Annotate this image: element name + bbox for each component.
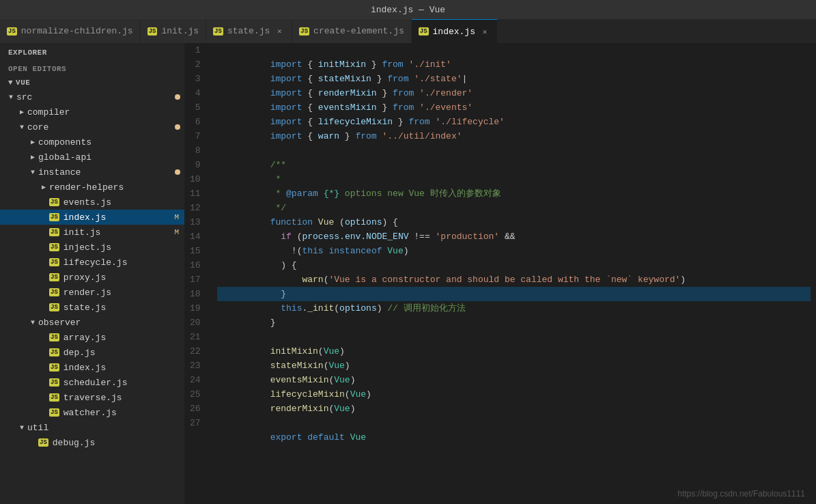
code-line-2: import { stateMixin } from './state'|	[217, 57, 811, 72]
tree-item-instance[interactable]: ▼ instance	[0, 165, 184, 180]
file-spacer: ·	[27, 439, 38, 447]
tree-item-observer[interactable]: ▼ observer	[0, 315, 184, 330]
modified-badge: M	[174, 213, 179, 221]
tree-label: lifecycle.js	[64, 257, 184, 268]
tree-item-debug-js[interactable]: · JS debug.js	[0, 435, 184, 450]
code-line-9: *	[217, 158, 811, 172]
tree-item-render-js[interactable]: · JS render.js	[0, 285, 184, 300]
file-spacer: ·	[38, 199, 49, 206]
code-line-10: * @param {*} options new Vue 时传入的参数对象	[217, 172, 811, 186]
code-line-14: !(this instanceof Vue)	[217, 229, 811, 244]
title-bar: index.js — Vue	[0, 0, 816, 19]
tab-normalize-children[interactable]: JS normalize-children.js	[0, 19, 141, 43]
tree-label: inject.js	[64, 242, 184, 253]
tree-label: instance	[38, 167, 175, 178]
file-spacer: ·	[38, 349, 49, 356]
tree-label: render.js	[64, 288, 184, 298]
explorer-title: EXPLORER	[0, 43, 184, 62]
code-line-4: import { eventsMixin } from './events'	[217, 86, 811, 100]
tree-item-dep-js[interactable]: · JS dep.js	[0, 345, 184, 360]
vue-title: ▼VUE	[0, 76, 184, 89]
folder-arrow: ▶	[27, 138, 38, 146]
folder-arrow: ▼	[16, 424, 27, 432]
js-icon: JS	[49, 258, 59, 266]
tree-label: state.js	[64, 303, 184, 313]
code-line-1: import { initMixin } from './init'	[217, 43, 811, 57]
modified-dot	[175, 169, 180, 175]
js-icon: JS	[49, 378, 59, 387]
editor[interactable]: 1 2 3 4 5 6 7 8 9 10 11 12 13 14 15 16 1…	[184, 43, 816, 504]
tree-item-compiler[interactable]: ▶ compiler	[0, 104, 184, 120]
tree-item-src[interactable]: ▼ src	[0, 89, 184, 104]
file-spacer: ·	[38, 364, 49, 372]
code-line-15: ) {	[217, 244, 811, 258]
tab-create-element[interactable]: JS create-element.js	[292, 19, 411, 43]
tab-label: init.js	[161, 26, 199, 36]
js-icon: JS	[419, 27, 429, 36]
file-spacer: ·	[38, 394, 49, 402]
tree-label: global-api	[38, 152, 184, 163]
modified-badge: M	[174, 228, 179, 236]
js-icon: JS	[213, 27, 223, 36]
modified-dot	[175, 94, 180, 100]
code-line-17: }	[217, 272, 811, 287]
tree-item-render-helpers[interactable]: ▶ render-helpers	[0, 180, 184, 195]
js-icon: JS	[38, 438, 48, 447]
tree-label: array.js	[64, 333, 184, 343]
tree-item-inject-js[interactable]: · JS inject.js	[0, 240, 184, 255]
tree-item-util[interactable]: ▼ util	[0, 420, 184, 435]
tree-label: index.js	[64, 212, 175, 223]
folder-arrow: ▶	[27, 153, 38, 161]
code-line-26	[217, 402, 811, 416]
tree-item-array-js[interactable]: · JS array.js	[0, 330, 184, 345]
tree-label: debug.js	[53, 438, 184, 448]
tree-label: proxy.js	[64, 272, 184, 283]
file-spacer: ·	[38, 259, 49, 266]
tree-label: observer	[38, 318, 184, 328]
tree-item-scheduler-js[interactable]: · JS scheduler.js	[0, 375, 184, 390]
tab-close-index[interactable]: ✕	[479, 26, 490, 37]
code-line-12: function Vue (options) {	[217, 201, 811, 215]
tree-label: watcher.js	[64, 408, 184, 418]
tab-init[interactable]: JS init.js	[141, 19, 206, 43]
code-content[interactable]: import { initMixin } from './init' impor…	[212, 43, 816, 504]
tree-label: render-helpers	[49, 182, 184, 193]
tree-item-lifecycle-js[interactable]: · JS lifecycle.js	[0, 255, 184, 270]
sidebar: EXPLORER OPEN EDITORS ▼VUE ▼ src ▶ compi…	[0, 43, 184, 504]
tree-item-proxy-js[interactable]: · JS proxy.js	[0, 270, 184, 285]
tab-state[interactable]: JS state.js ✕	[206, 19, 292, 43]
tree-item-index-js[interactable]: · JS index.js M	[0, 210, 184, 225]
tree-item-index-js-obs[interactable]: · JS index.js	[0, 360, 184, 375]
js-icon: JS	[49, 393, 59, 402]
folder-arrow: ▶	[16, 108, 27, 116]
code-line-3: import { renderMixin } from './render'	[217, 72, 811, 86]
js-icon: JS	[49, 288, 59, 296]
code-area[interactable]: 1 2 3 4 5 6 7 8 9 10 11 12 13 14 15 16 1…	[184, 43, 816, 504]
code-line-19: }	[217, 301, 811, 316]
tree-label: dep.js	[64, 348, 184, 358]
tree-item-events-js[interactable]: · JS events.js	[0, 195, 184, 210]
js-icon: JS	[49, 333, 59, 341]
tab-close-state[interactable]: ✕	[274, 26, 285, 37]
tree-item-components[interactable]: ▶ components	[0, 135, 184, 150]
code-line-7	[217, 129, 811, 143]
tree-item-traverse-js[interactable]: · JS traverse.js	[0, 390, 184, 405]
file-spacer: ·	[38, 289, 49, 296]
file-spacer: ·	[38, 409, 49, 417]
folder-arrow: ▼	[27, 169, 38, 176]
tree-label: scheduler.js	[64, 378, 184, 388]
code-line-20	[217, 316, 811, 330]
tree-item-global-api[interactable]: ▶ global-api	[0, 150, 184, 165]
tree-item-core[interactable]: ▼ core	[0, 120, 184, 135]
tree-item-watcher-js[interactable]: · JS watcher.js	[0, 405, 184, 420]
file-spacer: ·	[38, 229, 49, 236]
tree-label: traverse.js	[64, 393, 184, 403]
tab-index[interactable]: JS index.js ✕	[412, 19, 498, 43]
js-icon: JS	[49, 228, 59, 236]
tree-label: index.js	[64, 363, 184, 373]
js-icon: JS	[49, 303, 59, 311]
tree-label: core	[27, 122, 175, 132]
tree-item-init-js[interactable]: · JS init.js M	[0, 225, 184, 240]
js-icon: JS	[147, 27, 158, 36]
tree-item-state-js[interactable]: · JS state.js	[0, 300, 184, 315]
